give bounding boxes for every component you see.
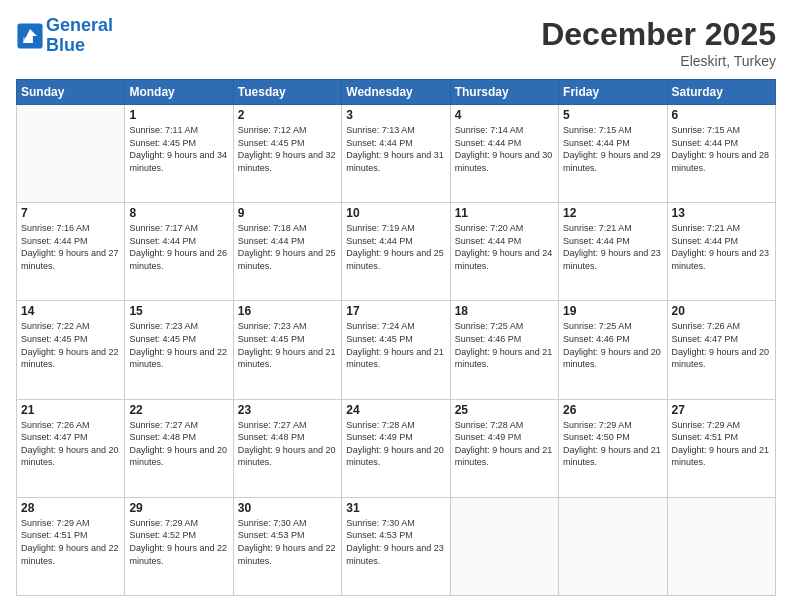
- day-info: Sunrise: 7:11 AMSunset: 4:45 PMDaylight:…: [129, 124, 228, 174]
- calendar-cell: 6Sunrise: 7:15 AMSunset: 4:44 PMDaylight…: [667, 105, 775, 203]
- day-number: 15: [129, 304, 228, 318]
- calendar-cell: [559, 497, 667, 595]
- day-info: Sunrise: 7:29 AMSunset: 4:51 PMDaylight:…: [672, 419, 771, 469]
- calendar-cell: 4Sunrise: 7:14 AMSunset: 4:44 PMDaylight…: [450, 105, 558, 203]
- calendar-week-3: 21Sunrise: 7:26 AMSunset: 4:47 PMDayligh…: [17, 399, 776, 497]
- calendar-cell: 24Sunrise: 7:28 AMSunset: 4:49 PMDayligh…: [342, 399, 450, 497]
- calendar-cell: 20Sunrise: 7:26 AMSunset: 4:47 PMDayligh…: [667, 301, 775, 399]
- day-number: 4: [455, 108, 554, 122]
- day-number: 6: [672, 108, 771, 122]
- calendar-cell: [17, 105, 125, 203]
- day-number: 13: [672, 206, 771, 220]
- day-info: Sunrise: 7:30 AMSunset: 4:53 PMDaylight:…: [238, 517, 337, 567]
- day-number: 9: [238, 206, 337, 220]
- calendar-cell: 14Sunrise: 7:22 AMSunset: 4:45 PMDayligh…: [17, 301, 125, 399]
- logo-blue: Blue: [46, 35, 85, 55]
- day-number: 14: [21, 304, 120, 318]
- calendar-cell: 30Sunrise: 7:30 AMSunset: 4:53 PMDayligh…: [233, 497, 341, 595]
- calendar-cell: 5Sunrise: 7:15 AMSunset: 4:44 PMDaylight…: [559, 105, 667, 203]
- calendar-cell: 26Sunrise: 7:29 AMSunset: 4:50 PMDayligh…: [559, 399, 667, 497]
- day-info: Sunrise: 7:27 AMSunset: 4:48 PMDaylight:…: [238, 419, 337, 469]
- day-info: Sunrise: 7:25 AMSunset: 4:46 PMDaylight:…: [563, 320, 662, 370]
- logo-text: General Blue: [46, 16, 113, 56]
- calendar-cell: 16Sunrise: 7:23 AMSunset: 4:45 PMDayligh…: [233, 301, 341, 399]
- day-info: Sunrise: 7:23 AMSunset: 4:45 PMDaylight:…: [238, 320, 337, 370]
- calendar-cell: 18Sunrise: 7:25 AMSunset: 4:46 PMDayligh…: [450, 301, 558, 399]
- day-number: 31: [346, 501, 445, 515]
- title-area: December 2025 Eleskirt, Turkey: [541, 16, 776, 69]
- calendar-header-row: SundayMondayTuesdayWednesdayThursdayFrid…: [17, 80, 776, 105]
- day-info: Sunrise: 7:21 AMSunset: 4:44 PMDaylight:…: [672, 222, 771, 272]
- day-number: 11: [455, 206, 554, 220]
- day-info: Sunrise: 7:24 AMSunset: 4:45 PMDaylight:…: [346, 320, 445, 370]
- day-number: 24: [346, 403, 445, 417]
- day-info: Sunrise: 7:25 AMSunset: 4:46 PMDaylight:…: [455, 320, 554, 370]
- col-header-sunday: Sunday: [17, 80, 125, 105]
- calendar-cell: 31Sunrise: 7:30 AMSunset: 4:53 PMDayligh…: [342, 497, 450, 595]
- page: General Blue December 2025 Eleskirt, Tur…: [0, 0, 792, 612]
- day-number: 17: [346, 304, 445, 318]
- day-info: Sunrise: 7:26 AMSunset: 4:47 PMDaylight:…: [672, 320, 771, 370]
- logo-icon: [16, 22, 44, 50]
- calendar-cell: 27Sunrise: 7:29 AMSunset: 4:51 PMDayligh…: [667, 399, 775, 497]
- day-info: Sunrise: 7:29 AMSunset: 4:50 PMDaylight:…: [563, 419, 662, 469]
- calendar-cell: 8Sunrise: 7:17 AMSunset: 4:44 PMDaylight…: [125, 203, 233, 301]
- day-number: 18: [455, 304, 554, 318]
- col-header-tuesday: Tuesday: [233, 80, 341, 105]
- day-number: 12: [563, 206, 662, 220]
- calendar-cell: 2Sunrise: 7:12 AMSunset: 4:45 PMDaylight…: [233, 105, 341, 203]
- calendar-cell: 1Sunrise: 7:11 AMSunset: 4:45 PMDaylight…: [125, 105, 233, 203]
- day-number: 25: [455, 403, 554, 417]
- calendar-cell: 9Sunrise: 7:18 AMSunset: 4:44 PMDaylight…: [233, 203, 341, 301]
- day-info: Sunrise: 7:16 AMSunset: 4:44 PMDaylight:…: [21, 222, 120, 272]
- calendar-cell: [667, 497, 775, 595]
- calendar-cell: 29Sunrise: 7:29 AMSunset: 4:52 PMDayligh…: [125, 497, 233, 595]
- day-info: Sunrise: 7:17 AMSunset: 4:44 PMDaylight:…: [129, 222, 228, 272]
- day-number: 29: [129, 501, 228, 515]
- day-number: 21: [21, 403, 120, 417]
- calendar-cell: 11Sunrise: 7:20 AMSunset: 4:44 PMDayligh…: [450, 203, 558, 301]
- day-number: 8: [129, 206, 228, 220]
- day-info: Sunrise: 7:13 AMSunset: 4:44 PMDaylight:…: [346, 124, 445, 174]
- header: General Blue December 2025 Eleskirt, Tur…: [16, 16, 776, 69]
- calendar-cell: 23Sunrise: 7:27 AMSunset: 4:48 PMDayligh…: [233, 399, 341, 497]
- day-number: 5: [563, 108, 662, 122]
- day-info: Sunrise: 7:12 AMSunset: 4:45 PMDaylight:…: [238, 124, 337, 174]
- day-info: Sunrise: 7:28 AMSunset: 4:49 PMDaylight:…: [455, 419, 554, 469]
- month-title: December 2025: [541, 16, 776, 53]
- calendar-cell: 13Sunrise: 7:21 AMSunset: 4:44 PMDayligh…: [667, 203, 775, 301]
- calendar-cell: 3Sunrise: 7:13 AMSunset: 4:44 PMDaylight…: [342, 105, 450, 203]
- day-info: Sunrise: 7:21 AMSunset: 4:44 PMDaylight:…: [563, 222, 662, 272]
- calendar-cell: 17Sunrise: 7:24 AMSunset: 4:45 PMDayligh…: [342, 301, 450, 399]
- col-header-saturday: Saturday: [667, 80, 775, 105]
- day-info: Sunrise: 7:29 AMSunset: 4:52 PMDaylight:…: [129, 517, 228, 567]
- day-info: Sunrise: 7:19 AMSunset: 4:44 PMDaylight:…: [346, 222, 445, 272]
- day-number: 1: [129, 108, 228, 122]
- day-info: Sunrise: 7:15 AMSunset: 4:44 PMDaylight:…: [563, 124, 662, 174]
- day-number: 26: [563, 403, 662, 417]
- day-number: 16: [238, 304, 337, 318]
- day-number: 30: [238, 501, 337, 515]
- day-info: Sunrise: 7:29 AMSunset: 4:51 PMDaylight:…: [21, 517, 120, 567]
- col-header-thursday: Thursday: [450, 80, 558, 105]
- svg-rect-2: [23, 37, 33, 43]
- calendar-cell: [450, 497, 558, 595]
- logo: General Blue: [16, 16, 113, 56]
- calendar-cell: 21Sunrise: 7:26 AMSunset: 4:47 PMDayligh…: [17, 399, 125, 497]
- calendar-table: SundayMondayTuesdayWednesdayThursdayFrid…: [16, 79, 776, 596]
- day-info: Sunrise: 7:23 AMSunset: 4:45 PMDaylight:…: [129, 320, 228, 370]
- calendar-cell: 12Sunrise: 7:21 AMSunset: 4:44 PMDayligh…: [559, 203, 667, 301]
- calendar-week-1: 7Sunrise: 7:16 AMSunset: 4:44 PMDaylight…: [17, 203, 776, 301]
- day-number: 19: [563, 304, 662, 318]
- calendar-week-0: 1Sunrise: 7:11 AMSunset: 4:45 PMDaylight…: [17, 105, 776, 203]
- calendar-week-4: 28Sunrise: 7:29 AMSunset: 4:51 PMDayligh…: [17, 497, 776, 595]
- calendar-cell: 25Sunrise: 7:28 AMSunset: 4:49 PMDayligh…: [450, 399, 558, 497]
- day-info: Sunrise: 7:20 AMSunset: 4:44 PMDaylight:…: [455, 222, 554, 272]
- logo-general: General: [46, 15, 113, 35]
- location-subtitle: Eleskirt, Turkey: [541, 53, 776, 69]
- col-header-wednesday: Wednesday: [342, 80, 450, 105]
- day-info: Sunrise: 7:22 AMSunset: 4:45 PMDaylight:…: [21, 320, 120, 370]
- calendar-cell: 10Sunrise: 7:19 AMSunset: 4:44 PMDayligh…: [342, 203, 450, 301]
- day-info: Sunrise: 7:18 AMSunset: 4:44 PMDaylight:…: [238, 222, 337, 272]
- calendar-cell: 19Sunrise: 7:25 AMSunset: 4:46 PMDayligh…: [559, 301, 667, 399]
